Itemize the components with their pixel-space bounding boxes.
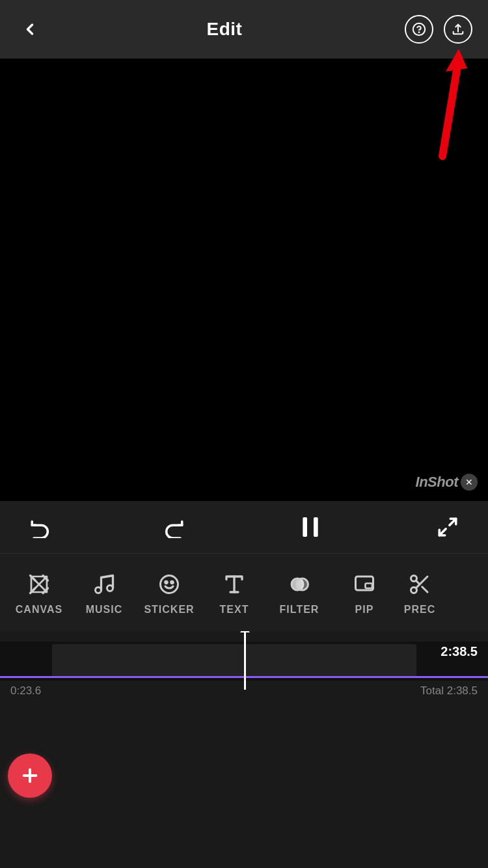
svg-line-32 bbox=[416, 580, 420, 584]
canvas-label: CANVAS bbox=[16, 604, 62, 616]
tool-filter[interactable]: FILTER bbox=[267, 554, 332, 631]
tool-sticker[interactable]: STICKER bbox=[137, 554, 202, 631]
timeline-playhead bbox=[244, 631, 246, 690]
svg-rect-27 bbox=[366, 583, 373, 588]
tool-music[interactable]: MUSIC bbox=[72, 554, 137, 631]
total-time: Total 2:38.5 bbox=[420, 685, 478, 698]
svg-point-20 bbox=[165, 581, 168, 584]
scissors-icon bbox=[405, 570, 434, 599]
svg-rect-7 bbox=[314, 517, 318, 537]
timeline-clip[interactable] bbox=[52, 644, 416, 678]
watermark-text: InShot bbox=[416, 474, 458, 491]
timeline-duration: 2:38.5 bbox=[441, 644, 478, 659]
tool-pip[interactable]: PIP bbox=[332, 554, 397, 631]
svg-point-17 bbox=[96, 587, 102, 593]
text-label: TEXT bbox=[220, 604, 249, 616]
music-label: MUSIC bbox=[86, 604, 123, 616]
header-actions bbox=[405, 15, 472, 44]
fullscreen-button[interactable] bbox=[433, 513, 462, 541]
help-button[interactable] bbox=[405, 15, 433, 44]
svg-rect-6 bbox=[303, 517, 308, 537]
tool-prec[interactable]: PREC bbox=[397, 554, 442, 631]
svg-point-18 bbox=[107, 585, 113, 591]
export-button[interactable] bbox=[444, 15, 472, 44]
timeline-area[interactable]: 2:38.5 0:23.6 Total 2:38.5 bbox=[0, 631, 488, 703]
tool-canvas[interactable]: CANVAS bbox=[7, 554, 72, 631]
close-watermark-button[interactable]: ✕ bbox=[461, 474, 478, 491]
pause-button[interactable] bbox=[292, 509, 329, 545]
undo-button[interactable] bbox=[26, 513, 55, 541]
pip-label: PIP bbox=[355, 604, 374, 616]
sticker-icon bbox=[155, 570, 183, 599]
tools-bar: CANVAS MUSIC STICKER bbox=[0, 553, 488, 631]
header: Edit bbox=[0, 0, 488, 59]
back-button[interactable] bbox=[16, 15, 44, 44]
timeline-clip-inner bbox=[52, 644, 416, 678]
svg-point-21 bbox=[171, 581, 174, 584]
controls-bar bbox=[0, 501, 488, 553]
watermark: InShot ✕ bbox=[416, 474, 478, 491]
pip-icon bbox=[350, 570, 379, 599]
svg-point-19 bbox=[161, 575, 178, 593]
add-clip-button[interactable] bbox=[8, 753, 52, 798]
current-time: 0:23.6 bbox=[10, 685, 41, 698]
canvas-icon bbox=[25, 570, 53, 599]
video-preview: InShot ✕ bbox=[0, 59, 488, 501]
svg-point-25 bbox=[297, 578, 308, 590]
redo-button[interactable] bbox=[159, 513, 188, 541]
prec-label: PREC bbox=[404, 604, 435, 616]
filter-icon bbox=[285, 570, 314, 599]
sticker-label: STICKER bbox=[144, 604, 194, 616]
page-title: Edit bbox=[207, 19, 243, 40]
svg-line-31 bbox=[422, 586, 427, 591]
tool-text[interactable]: TEXT bbox=[202, 554, 267, 631]
music-icon bbox=[90, 570, 118, 599]
filter-label: FILTER bbox=[280, 604, 319, 616]
text-icon bbox=[220, 570, 249, 599]
